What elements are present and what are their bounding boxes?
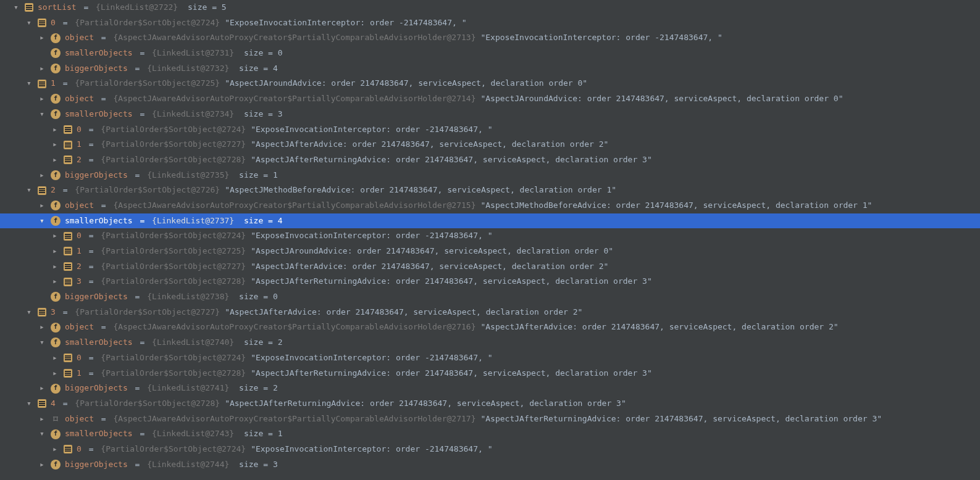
tree-row[interactable]: fbiggerObjects = {LinkedList@2732} size … xyxy=(0,61,980,77)
equals: = xyxy=(84,444,98,453)
tree-row[interactable]: fsmallerObjects = {LinkedList@2731} size… xyxy=(0,46,980,61)
list-element-icon xyxy=(64,141,72,149)
expand-arrow[interactable] xyxy=(50,152,60,168)
list-element-icon xyxy=(64,125,72,134)
expand-arrow[interactable] xyxy=(37,61,47,77)
expand-arrow[interactable] xyxy=(24,183,34,198)
var-value: size = 3 xyxy=(239,109,282,118)
tree-row[interactable]: sortList = {LinkedList@2722} size = 5 xyxy=(0,0,980,15)
tree-row[interactable]: fsmallerObjects = {LinkedList@2743} size… xyxy=(0,426,980,442)
tree-row[interactable]: 2 = {PartialOrder$SortObject@2728}"Aspec… xyxy=(0,152,980,168)
expand-arrow[interactable] xyxy=(37,335,47,350)
list-element-icon xyxy=(38,19,46,27)
tree-row[interactable]: 1 = {PartialOrder$SortObject@2725}"Aspec… xyxy=(0,76,980,91)
expand-arrow[interactable] xyxy=(50,228,60,244)
equals: = xyxy=(135,48,149,57)
var-value: size = 5 xyxy=(183,2,226,12)
expand-arrow[interactable] xyxy=(37,381,47,396)
var-value: "ExposeInvocationInterceptor: order -214… xyxy=(225,18,466,27)
equals: = xyxy=(84,231,98,240)
expand-arrow[interactable] xyxy=(37,412,47,427)
field-icon: f xyxy=(51,216,61,226)
tree-row[interactable]: 0 = {PartialOrder$SortObject@2724}"Expos… xyxy=(0,15,980,31)
tree-row[interactable]: 1 = {PartialOrder$SortObject@2725}"Aspec… xyxy=(0,244,980,259)
expand-arrow[interactable] xyxy=(24,305,34,320)
tree-row[interactable]: 2 = {PartialOrder$SortObject@2726}"Aspec… xyxy=(0,183,980,198)
var-name: smallerObjects xyxy=(65,109,133,118)
list-element-icon xyxy=(64,445,72,453)
var-value: "ExposeInvocationInterceptor: order -214… xyxy=(251,125,492,134)
field-icon: f xyxy=(51,33,61,43)
list-element-icon xyxy=(64,262,72,271)
tree-row[interactable]: fbiggerObjects = {LinkedList@2738} size … xyxy=(0,289,980,305)
expand-arrow[interactable] xyxy=(11,0,21,15)
expand-arrow[interactable] xyxy=(50,122,60,138)
tree-row[interactable]: 0 = {PartialOrder$SortObject@2724}"Expos… xyxy=(0,442,980,457)
tree-row[interactable]: 0 = {PartialOrder$SortObject@2724}"Expos… xyxy=(0,350,980,366)
tree-row[interactable]: fbiggerObjects = {LinkedList@2741} size … xyxy=(0,381,980,396)
expand-arrow[interactable] xyxy=(37,168,47,183)
var-value: "AspectJMethodBeforeAdvice: order 214748… xyxy=(480,201,872,210)
tree-row[interactable]: 3 = {PartialOrder$SortObject@2727}"Aspec… xyxy=(0,305,980,320)
tree-row[interactable]: fsmallerObjects = {LinkedList@2737} size… xyxy=(0,213,980,229)
expand-arrow[interactable] xyxy=(37,198,47,213)
expand-arrow xyxy=(37,289,47,305)
expand-arrow[interactable] xyxy=(24,15,34,31)
var-name: smallerObjects xyxy=(65,48,133,57)
expand-arrow[interactable] xyxy=(37,213,47,229)
tree-row[interactable]: fbiggerObjects = {LinkedList@2735} size … xyxy=(0,168,980,183)
var-name: 1 xyxy=(77,368,82,378)
tree-row[interactable]: fsmallerObjects = {LinkedList@2734} size… xyxy=(0,107,980,122)
tree-row[interactable]: fobject = {AspectJAwareAdvisorAutoProxyC… xyxy=(0,30,980,46)
var-type: {PartialOrder$SortObject@2724} xyxy=(101,231,246,240)
var-value: "AspectJAfterReturningAdvice: order 2147… xyxy=(251,155,652,164)
var-type: {PartialOrder$SortObject@2727} xyxy=(101,262,246,271)
expand-arrow[interactable] xyxy=(50,244,60,259)
expand-arrow[interactable] xyxy=(37,107,47,122)
tree-row[interactable]: fsmallerObjects = {LinkedList@2740} size… xyxy=(0,335,980,350)
var-value: "ExposeInvocationInterceptor: order -214… xyxy=(251,444,492,453)
field-icon: f xyxy=(51,337,61,347)
list-element-icon xyxy=(38,80,46,88)
tree-row[interactable]: 1 = {PartialOrder$SortObject@2727}"Aspec… xyxy=(0,137,980,152)
tree-row[interactable]: 0 = {PartialOrder$SortObject@2724}"Expos… xyxy=(0,228,980,244)
tree-row[interactable]: fobject = {AspectJAwareAdvisorAutoProxyC… xyxy=(0,320,980,335)
expand-arrow[interactable] xyxy=(50,259,60,275)
var-type: {LinkedList@2735} xyxy=(147,170,229,180)
expand-arrow[interactable] xyxy=(50,137,60,152)
expand-arrow[interactable] xyxy=(50,350,60,366)
list-element-icon xyxy=(64,369,72,378)
equals: = xyxy=(130,383,144,392)
var-type: {LinkedList@2744} xyxy=(147,460,229,469)
list-element-icon xyxy=(38,308,46,317)
expand-arrow[interactable] xyxy=(24,76,34,91)
var-name: biggerObjects xyxy=(65,383,128,392)
tree-row[interactable]: 4 = {PartialOrder$SortObject@2728}"Aspec… xyxy=(0,396,980,412)
tree-row[interactable]: fobject = {AspectJAwareAdvisorAutoProxyC… xyxy=(0,198,980,213)
var-type: {PartialOrder$SortObject@2728} xyxy=(75,399,220,408)
debugger-variables-tree[interactable]: sortList = {LinkedList@2722} size = 50 =… xyxy=(0,0,980,472)
tree-row[interactable]: 0 = {PartialOrder$SortObject@2724}"Expos… xyxy=(0,122,980,138)
expand-arrow[interactable] xyxy=(37,30,47,46)
var-name: 2 xyxy=(77,262,82,271)
equals: = xyxy=(130,64,144,73)
var-value: "AspectJAfterAdvice: order 2147483647, s… xyxy=(251,262,608,271)
expand-arrow[interactable] xyxy=(37,457,47,473)
tree-row[interactable]: 2 = {PartialOrder$SortObject@2727}"Aspec… xyxy=(0,259,980,275)
expand-arrow[interactable] xyxy=(37,91,47,107)
tree-row[interactable]: fbiggerObjects = {LinkedList@2744} size … xyxy=(0,457,980,473)
var-name: 1 xyxy=(77,139,82,149)
expand-arrow[interactable] xyxy=(50,274,60,289)
tree-row[interactable]: 3 = {PartialOrder$SortObject@2728}"Aspec… xyxy=(0,274,980,289)
expand-arrow[interactable] xyxy=(50,442,60,457)
expand-arrow[interactable] xyxy=(50,366,60,381)
tree-row[interactable]: fobject = {AspectJAwareAdvisorAutoProxyC… xyxy=(0,91,980,107)
expand-arrow[interactable] xyxy=(24,396,34,412)
equals: = xyxy=(130,292,144,301)
var-type: {PartialOrder$SortObject@2727} xyxy=(75,307,220,317)
expand-arrow[interactable] xyxy=(37,426,47,442)
var-value: "AspectJAroundAdvice: order 2147483647, … xyxy=(225,78,587,88)
tree-row[interactable]: ⌑object = {AspectJAwareAdvisorAutoProxyC… xyxy=(0,412,980,427)
expand-arrow[interactable] xyxy=(37,320,47,335)
tree-row[interactable]: 1 = {PartialOrder$SortObject@2728}"Aspec… xyxy=(0,366,980,381)
